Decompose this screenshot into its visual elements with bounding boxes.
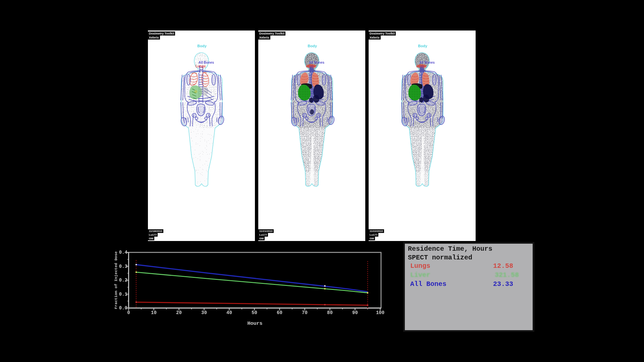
svg-text:0.3: 0.3 bbox=[119, 264, 127, 269]
svg-text:10: 10 bbox=[151, 310, 157, 315]
svg-text:80: 80 bbox=[327, 310, 333, 315]
svg-text:Lungs: Lungs bbox=[306, 64, 316, 68]
svg-text:Fraction of Injected Dose: Fraction of Injected Dose bbox=[114, 251, 118, 309]
svg-text:0.0: 0.0 bbox=[119, 305, 127, 311]
svg-text:100: 100 bbox=[376, 310, 384, 315]
svg-text:Body: Body bbox=[418, 44, 427, 48]
svg-text:Lungs: Lungs bbox=[416, 64, 426, 68]
svg-text:30: 30 bbox=[201, 310, 207, 315]
svg-text:50: 50 bbox=[252, 310, 257, 315]
svg-text:70: 70 bbox=[302, 310, 308, 315]
svg-text:Body: Body bbox=[308, 44, 317, 48]
svg-text:60: 60 bbox=[277, 310, 282, 315]
svg-text:All Bones: All Bones bbox=[419, 61, 435, 64]
svg-text:40: 40 bbox=[226, 310, 232, 315]
svg-text:All Bones: All Bones bbox=[309, 61, 325, 64]
svg-text:0: 0 bbox=[127, 310, 130, 315]
svg-text:90: 90 bbox=[352, 310, 358, 315]
svg-text:0.1: 0.1 bbox=[119, 292, 127, 297]
svg-text:Body: Body bbox=[197, 44, 207, 48]
svg-text:20: 20 bbox=[176, 310, 182, 315]
svg-text:Hours: Hours bbox=[247, 321, 262, 326]
svg-text:Lungs: Lungs bbox=[196, 64, 206, 68]
svg-text:0.4: 0.4 bbox=[119, 250, 127, 255]
svg-text:All Bones: All Bones bbox=[199, 61, 214, 64]
svg-text:0.2: 0.2 bbox=[119, 278, 127, 283]
